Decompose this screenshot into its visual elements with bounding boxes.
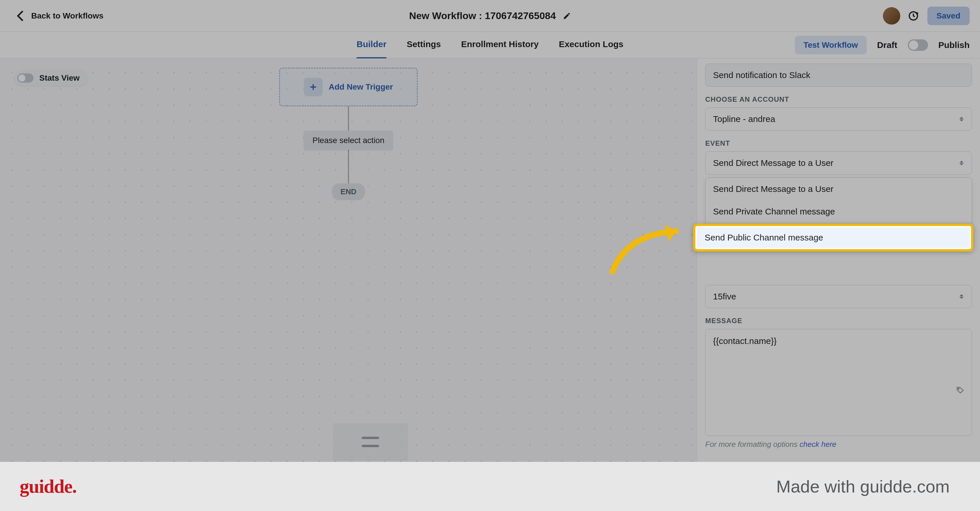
plus-icon — [309, 83, 318, 91]
message-label: MESSAGE — [705, 317, 972, 325]
title-wrap: New Workflow : 1706742765084 — [409, 10, 571, 21]
channel-select[interactable]: 15five — [705, 285, 972, 308]
stats-view-label: Stats View — [39, 73, 80, 83]
message-textarea[interactable]: {{contact.name}} — [705, 329, 972, 436]
select-action-node[interactable]: Please select action — [304, 131, 393, 150]
workflow-title: New Workflow : 1706742765084 — [409, 10, 556, 21]
subheader: Builder Settings Enrollment History Exec… — [0, 32, 980, 58]
end-node: END — [332, 183, 365, 200]
formatting-hint: For more formatting options check here — [705, 440, 972, 449]
chevron-left-icon — [17, 10, 28, 21]
minimap-bar — [362, 437, 379, 439]
saved-button[interactable]: Saved — [928, 6, 970, 25]
subheader-right: Test Workflow Draft Publish — [795, 36, 970, 54]
minimap-bar — [362, 445, 379, 447]
select-caret-icon — [959, 117, 964, 121]
event-value: Send Direct Message to a User — [713, 158, 834, 168]
channel-field-block: 15five — [705, 285, 972, 308]
tab-builder[interactable]: Builder — [356, 31, 386, 59]
app-header: Back to Workflows New Workflow : 1706742… — [0, 0, 980, 32]
tab-execution[interactable]: Execution Logs — [559, 31, 623, 59]
event-label: EVENT — [705, 139, 972, 147]
event-option-direct-message[interactable]: Send Direct Message to a User — [706, 178, 972, 200]
tab-enrollment[interactable]: Enrollment History — [461, 31, 539, 59]
highlight-option[interactable]: Send Public Channel message — [697, 227, 970, 248]
minimap[interactable] — [333, 423, 408, 461]
tab-settings[interactable]: Settings — [407, 31, 441, 59]
hint-text: For more formatting options — [705, 440, 800, 449]
highlight-box: Send Public Channel message — [693, 224, 974, 252]
account-field-block: CHOOSE AN ACCOUNT Topline - andrea — [705, 96, 972, 131]
add-trigger-box[interactable]: Add New Trigger — [279, 68, 418, 107]
publish-label: Publish — [939, 40, 970, 50]
message-field-block: MESSAGE {{contact.name}} For more format… — [705, 317, 972, 449]
event-option-private-channel[interactable]: Send Private Channel message — [706, 200, 972, 223]
select-caret-icon — [959, 161, 964, 165]
add-trigger-plus-button[interactable] — [304, 78, 323, 96]
test-workflow-button[interactable]: Test Workflow — [795, 36, 867, 54]
channel-value: 15five — [713, 291, 736, 301]
guidde-logo: guidde. — [20, 476, 76, 497]
account-value: Topline - andrea — [713, 114, 775, 124]
edit-icon[interactable] — [563, 12, 571, 20]
back-button[interactable]: Back to Workflows — [19, 11, 103, 21]
hint-link[interactable]: check here — [800, 440, 837, 449]
header-right: Saved — [883, 6, 970, 25]
account-label: CHOOSE AN ACCOUNT — [705, 96, 972, 103]
stats-view-toggle[interactable] — [18, 73, 33, 83]
tag-icon[interactable] — [956, 386, 965, 395]
publish-toggle[interactable] — [908, 39, 928, 51]
avatar[interactable] — [883, 7, 900, 25]
add-trigger-label: Add New Trigger — [329, 82, 393, 92]
activity-icon[interactable] — [908, 10, 920, 21]
select-caret-icon — [959, 294, 964, 299]
footer: guidde. Made with guidde.com — [0, 462, 980, 511]
tabs: Builder Settings Enrollment History Exec… — [356, 31, 623, 59]
account-select[interactable]: Topline - andrea — [705, 108, 972, 131]
side-panel: Send notification to Slack CHOOSE AN ACC… — [697, 58, 980, 462]
canvas[interactable]: Stats View Add New Trigger Please select… — [0, 58, 697, 462]
stats-view-pill: Stats View — [14, 70, 88, 86]
made-with: Made with guidde.com — [776, 477, 950, 497]
notification-field: Send notification to Slack — [705, 64, 972, 87]
notification-value: Send notification to Slack — [713, 70, 810, 80]
draft-label: Draft — [877, 40, 897, 50]
notification-input[interactable]: Send notification to Slack — [705, 64, 972, 87]
connector-line — [348, 107, 349, 131]
event-select[interactable]: Send Direct Message to a User — [705, 151, 972, 175]
connector-line — [348, 150, 349, 183]
svg-point-1 — [958, 388, 959, 389]
message-value: {{contact.name}} — [713, 336, 776, 345]
main: Stats View Add New Trigger Please select… — [0, 58, 980, 462]
back-label: Back to Workflows — [31, 11, 103, 21]
